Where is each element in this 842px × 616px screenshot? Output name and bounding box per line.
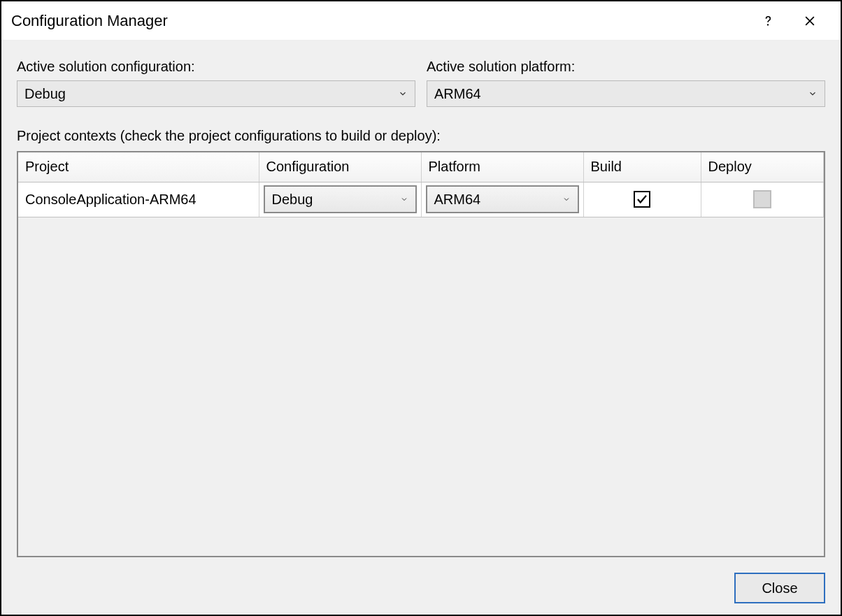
active-platform-group: Active solution platform: ARM64 <box>427 59 825 107</box>
cell-project: ConsoleApplication-ARM64 <box>18 182 259 217</box>
project-contexts-table: Project Configuration Platform Build Dep… <box>18 152 824 217</box>
active-platform-value: ARM64 <box>434 86 808 102</box>
active-platform-label: Active solution platform: <box>427 59 825 75</box>
row-configuration-value: Debug <box>272 192 400 208</box>
cell-configuration: Debug <box>259 182 421 217</box>
chevron-down-icon <box>400 195 408 203</box>
cell-platform: ARM64 <box>421 182 583 217</box>
header-project[interactable]: Project <box>18 152 259 182</box>
deploy-checkbox <box>753 190 771 208</box>
grid-empty-area <box>18 217 824 557</box>
header-platform[interactable]: Platform <box>421 152 583 182</box>
close-icon <box>803 14 817 28</box>
table-row: ConsoleApplication-ARM64 Debug <box>18 182 824 217</box>
check-icon <box>636 193 648 206</box>
close-button-label: Close <box>762 580 797 596</box>
cell-build <box>583 182 701 217</box>
active-config-label: Active solution configuration: <box>17 59 415 75</box>
header-deploy[interactable]: Deploy <box>701 152 824 182</box>
configuration-manager-window: Configuration Manager Active solution co… <box>0 0 842 616</box>
build-checkbox[interactable] <box>634 191 650 208</box>
active-platform-dropdown[interactable]: ARM64 <box>427 80 825 107</box>
active-config-group: Active solution configuration: Debug <box>17 59 415 107</box>
header-configuration[interactable]: Configuration <box>259 152 421 182</box>
help-button[interactable] <box>747 1 789 41</box>
project-name: ConsoleApplication-ARM64 <box>18 192 259 208</box>
chevron-down-icon <box>562 195 571 203</box>
titlebar: Configuration Manager <box>1 1 841 41</box>
row-platform-dropdown[interactable]: ARM64 <box>426 185 579 213</box>
window-title: Configuration Manager <box>11 12 747 30</box>
chevron-down-icon <box>398 89 408 99</box>
row-configuration-dropdown[interactable]: Debug <box>264 185 417 213</box>
svg-point-0 <box>767 24 769 25</box>
chevron-down-icon <box>808 89 818 99</box>
help-icon <box>761 14 775 28</box>
cell-deploy <box>701 182 824 217</box>
table-header-row: Project Configuration Platform Build Dep… <box>18 152 824 182</box>
project-contexts-grid: Project Configuration Platform Build Dep… <box>17 151 825 557</box>
dialog-footer: Close <box>17 557 825 603</box>
top-controls-row: Active solution configuration: Debug Act… <box>17 59 825 107</box>
close-button[interactable]: Close <box>734 573 825 603</box>
dialog-body: Active solution configuration: Debug Act… <box>1 41 841 615</box>
header-build[interactable]: Build <box>583 152 701 182</box>
close-window-button[interactable] <box>789 1 831 41</box>
project-contexts-label: Project contexts (check the project conf… <box>17 128 825 144</box>
active-config-value: Debug <box>24 86 398 102</box>
row-platform-value: ARM64 <box>434 192 562 208</box>
active-config-dropdown[interactable]: Debug <box>17 80 415 107</box>
